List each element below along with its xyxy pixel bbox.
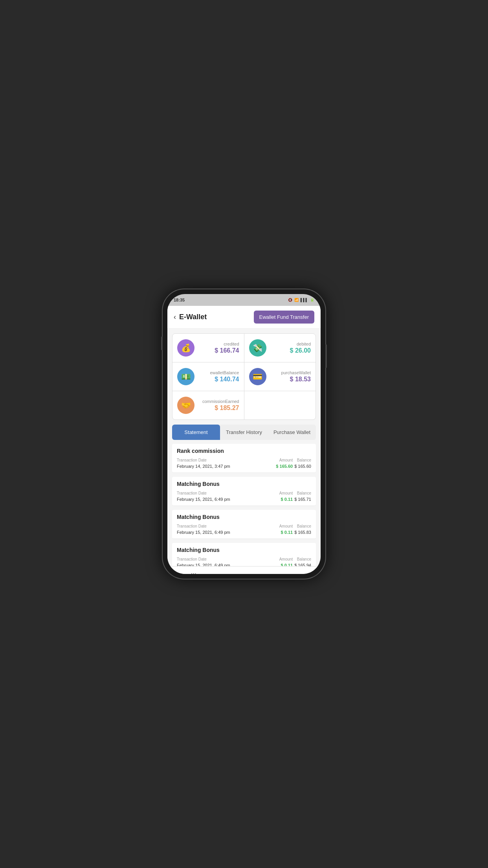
tab-purchase-wallet[interactable]: Purchase Wallet: [268, 425, 316, 440]
status-signal-icon: ▌▌▌: [301, 298, 308, 302]
purchase-wallet-amount: $ 18.53: [290, 376, 311, 383]
bottom-navigation: ||| □ ‹: [167, 566, 321, 574]
status-time: 18:35: [174, 298, 185, 302]
transaction-date: February 14, 2021, 3:47 pm: [177, 464, 274, 469]
purchase-wallet-label: purchaseWallet: [281, 370, 311, 375]
date-label: Transaction Date: [177, 557, 278, 561]
amount-label: Amount: [279, 491, 293, 495]
amount-label: Amount: [279, 557, 293, 561]
ewallet-balance-label: ewalletBalance: [210, 370, 239, 375]
back-button[interactable]: ‹: [174, 313, 176, 321]
transaction-date: February 15, 2021, 6:49 pm: [177, 497, 278, 502]
purchase-wallet-card: 💳 purchaseWallet $ 18.53: [244, 362, 316, 391]
list-item: Matching Bonus Transaction Date Amount B…: [172, 510, 316, 539]
balance-label: Balance: [294, 524, 311, 528]
date-label: Transaction Date: [177, 458, 274, 462]
commission-earned-amount: $ 185.27: [215, 405, 239, 412]
commission-earned-icon: 🤝: [177, 397, 194, 414]
amount-label: Amount: [276, 458, 293, 462]
transaction-date: February 15, 2021, 6:49 pm: [177, 563, 278, 566]
app-header: ‹ E-Wallet Ewallet Fund Transfer: [167, 306, 321, 329]
tab-statement[interactable]: Statement: [172, 425, 220, 440]
ewallet-balance-amount: $ 140.74: [215, 376, 239, 383]
amount-label: Amount: [279, 524, 293, 528]
balance-cards-grid: 💰 credited $ 166.74 💸 debited $ 26.00 💵: [172, 333, 316, 420]
balance-label: Balance: [294, 557, 311, 561]
ewallet-balance-card: 💵 ewalletBalance $ 140.74: [172, 362, 244, 391]
credited-amount: $ 166.74: [215, 347, 239, 354]
credited-icon: 💰: [177, 339, 194, 357]
transaction-type: Matching Bonus: [172, 477, 316, 489]
status-wifi-icon: 📶: [294, 298, 299, 302]
fund-transfer-button[interactable]: Ewallet Fund Transfer: [254, 311, 314, 324]
date-label: Transaction Date: [177, 491, 278, 495]
transaction-balance: $ 165.60: [294, 464, 311, 469]
debited-label: debited: [297, 342, 311, 346]
menu-nav-button[interactable]: |||: [183, 570, 204, 574]
debited-amount: $ 26.00: [290, 347, 311, 354]
status-mute-icon: 🔇: [288, 298, 292, 302]
tab-transfer-history[interactable]: Transfer History: [220, 425, 268, 440]
transaction-balance: $ 165.94: [294, 563, 311, 566]
ewallet-balance-icon: 💵: [177, 368, 194, 385]
list-item: Matching Bonus Transaction Date Amount B…: [172, 477, 316, 506]
balance-label: Balance: [294, 491, 311, 495]
transaction-date: February 15, 2021, 6:49 pm: [177, 530, 278, 535]
list-item: Rank commission Transaction Date Amount …: [172, 444, 316, 473]
transaction-amount: $ 165.60: [276, 464, 293, 469]
transactions-list: Rank commission Transaction Date Amount …: [167, 440, 321, 566]
empty-card: [244, 391, 316, 419]
tab-bar: Statement Transfer History Purchase Wall…: [172, 425, 316, 440]
status-battery-icon: 🔋: [310, 298, 314, 302]
list-item: Matching Bonus Transaction Date Amount B…: [172, 543, 316, 566]
credited-label: credited: [224, 342, 239, 346]
transaction-amount: $ 0.11: [279, 497, 293, 502]
purchase-wallet-icon: 💳: [249, 368, 266, 385]
transaction-amount: $ 0.11: [279, 530, 293, 535]
transaction-balance: $ 165.83: [294, 530, 311, 535]
debited-icon: 💸: [249, 339, 266, 357]
commission-earned-label: commissionEarned: [202, 399, 239, 404]
transaction-type: Matching Bonus: [172, 543, 316, 555]
back-nav-button[interactable]: ‹: [287, 570, 305, 574]
home-nav-button[interactable]: □: [236, 570, 256, 574]
transaction-amount: $ 0.11: [279, 563, 293, 566]
commission-earned-card: 🤝 commissionEarned $ 185.27: [172, 391, 244, 419]
transaction-type: Matching Bonus: [172, 510, 316, 522]
transaction-type: Rank commission: [172, 444, 316, 456]
credited-card: 💰 credited $ 166.74: [172, 334, 244, 362]
page-title: E-Wallet: [179, 313, 207, 321]
debited-card: 💸 debited $ 26.00: [244, 334, 316, 362]
transaction-balance: $ 165.71: [294, 497, 311, 502]
date-label: Transaction Date: [177, 524, 278, 528]
balance-label: Balance: [294, 458, 311, 462]
